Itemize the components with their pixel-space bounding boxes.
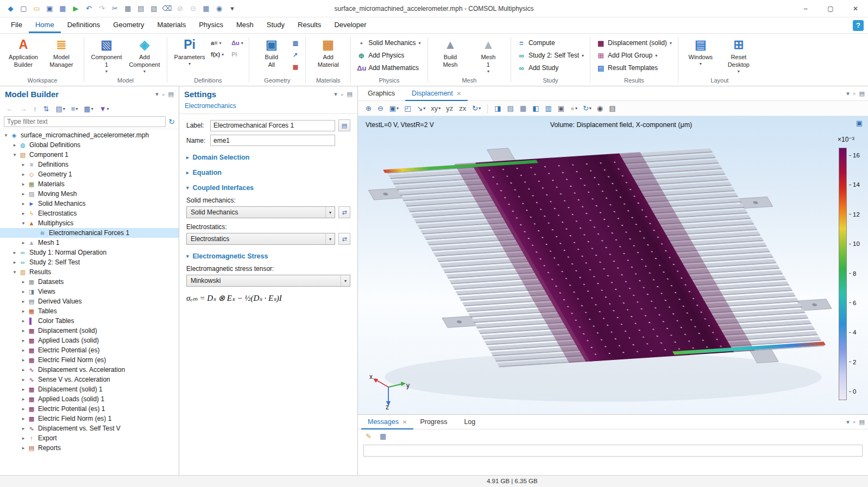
copy-log-icon[interactable]: ▦	[378, 430, 389, 442]
open-file-icon[interactable]: ▭	[30, 2, 43, 15]
tree-expander-icon[interactable]: ▸	[20, 191, 27, 197]
refresh-icon[interactable]: ↻	[168, 117, 175, 126]
close-tab-icon[interactable]: ✕	[457, 91, 461, 97]
tree-item[interactable]: ▸ ↑ Export	[0, 433, 179, 443]
minimize-panel-icon[interactable]: ▾	[155, 91, 159, 98]
snapshot-icon[interactable]: ◉	[595, 103, 606, 115]
compute-button[interactable]: = Compute	[515, 37, 586, 49]
qat-more-icon[interactable]: ▾	[226, 2, 238, 15]
tree-item[interactable]: ▸ ◨ Views	[0, 287, 179, 296]
solid-mechanics-settings-button[interactable]: ⇄	[338, 206, 350, 218]
reset-desktop-button[interactable]: ⊞ Reset Desktop ▾	[720, 35, 757, 75]
label-input[interactable]	[210, 120, 335, 131]
plot-settings-icon[interactable]: ▥	[543, 103, 554, 115]
tree-item[interactable]: ▸ ▤ Derived Values	[0, 296, 179, 306]
tree-expander-icon[interactable]: ▸	[20, 289, 27, 294]
default-view-icon[interactable]: ↘ ▾	[414, 103, 427, 115]
filter-input[interactable]	[4, 116, 166, 127]
tree-expander-icon[interactable]: ▸	[20, 279, 27, 284]
tree-item[interactable]: ▸ ▲ Mesh 1	[0, 238, 179, 248]
tree-expander-icon[interactable]: ▸	[20, 347, 27, 353]
run-icon[interactable]: ▶	[70, 2, 82, 15]
tree-item[interactable]: ▸ ∿ Displacement vs. Self Test V	[0, 423, 179, 433]
model-manager-button[interactable]: ≣ Model Manager	[43, 35, 80, 75]
comsol-logo-icon[interactable]: ◆	[4, 2, 17, 15]
save-as-icon[interactable]: ▦	[56, 2, 69, 15]
menu-item[interactable]: Home	[29, 18, 61, 33]
tree-item[interactable]: ▾ ◈ surface_micromachined_accelerometer.…	[0, 130, 179, 140]
copy-icon[interactable]: ▦	[122, 2, 134, 15]
transparency-icon[interactable]: ◨	[492, 103, 504, 115]
tree-item[interactable]: ▸ ∞ Study 2: Self Test	[0, 257, 179, 267]
plot-menu-icon[interactable]: ▣	[856, 119, 863, 127]
build-mesh-button[interactable]: ▲ Build Mesh	[432, 35, 469, 75]
tree-item[interactable]: ▸ ▩ Electric Potential (es) 1	[0, 404, 179, 414]
tree-item[interactable]: ≋ Electromechanical Forces 1	[0, 228, 179, 238]
view-tab[interactable]: Graphics	[361, 86, 405, 101]
tree-item[interactable]: ▸ ϟ Electrostatics	[0, 208, 179, 218]
delete-icon[interactable]: ⌫	[161, 2, 173, 15]
maximize-button[interactable]: ▢	[818, 0, 843, 17]
view-yz-icon[interactable]: yz	[444, 103, 456, 115]
application-builder-button[interactable]: A Application Builder	[5, 35, 42, 75]
menu-item[interactable]: Developer	[328, 18, 373, 33]
view-tab[interactable]: Log	[457, 415, 486, 429]
tree-expander-icon[interactable]: ▸	[20, 162, 27, 167]
tree-item[interactable]: ▾ ▧ Component 1	[0, 150, 179, 160]
tree-item[interactable]: ▸ ∿ Sense V vs. Acceleration	[0, 375, 179, 384]
tree-expander-icon[interactable]: ▸	[20, 172, 27, 177]
add-plot-group-button[interactable]: ⊞ Add Plot Group ▾	[594, 49, 674, 61]
minimize-button[interactable]: –	[793, 0, 818, 17]
export-geometry-icon[interactable]: ↗	[291, 49, 301, 60]
collapse-expand-icon[interactable]: ≡ ▾	[69, 103, 80, 115]
float-panel-icon[interactable]: ▫	[162, 91, 165, 98]
tree-expander-icon[interactable]: ▸	[20, 338, 27, 343]
view-zx-icon[interactable]: zx	[457, 103, 469, 115]
close-button[interactable]: ✕	[843, 0, 868, 17]
float-panel-icon[interactable]: ▫	[341, 91, 343, 98]
tree-item[interactable]: ▾ ▥ Results	[0, 267, 179, 277]
tree-item[interactable]: ▸ ▩ Displacement (solid)	[0, 326, 179, 336]
panel-menu-icon[interactable]: ▤	[859, 419, 865, 426]
tree-item[interactable]: ▸ ▩ Electric Potential (es)	[0, 345, 179, 355]
new-file-icon[interactable]: ▢	[17, 2, 30, 15]
tree-expander-icon[interactable]: ▸	[20, 406, 27, 412]
insert-sequence-icon[interactable]: ▥	[291, 37, 301, 48]
menu-item[interactable]: Mesh	[230, 18, 260, 33]
label-options-button[interactable]: ▤	[338, 119, 350, 131]
build-all-button[interactable]: ▣ Build All	[253, 35, 290, 75]
panel-menu-icon[interactable]: ▤	[347, 91, 353, 98]
tree-expander-icon[interactable]: ▸	[20, 367, 27, 372]
update-plot-icon[interactable]: ↻ ▾	[581, 103, 594, 115]
tree-item[interactable]: ▾ ▲ Multiphysics	[0, 218, 179, 228]
panel-menu-icon[interactable]: ▤	[168, 91, 174, 98]
tree-item[interactable]: ▸ ▩ Displacement (solid) 1	[0, 384, 179, 394]
view-tab[interactable]: Displacement ✕	[405, 86, 468, 101]
go-forward-icon[interactable]: →	[17, 103, 29, 115]
tree-item[interactable]: ▸ ▩ Applied Loads (solid)	[0, 336, 179, 345]
rotate-view-icon[interactable]: ↻ ▾	[470, 103, 483, 115]
undo-icon[interactable]: ↶	[83, 2, 95, 15]
mesh-1-button[interactable]: ▲ Mesh 1 ▾	[470, 35, 507, 75]
tree-expander-icon[interactable]: ▾	[20, 220, 27, 226]
tree-item[interactable]: ▸ ▦ Materials	[0, 179, 179, 189]
add-component-button[interactable]: ◈ Add Component ▾	[126, 35, 163, 75]
menu-item[interactable]: Geometry	[106, 18, 150, 33]
cut-icon[interactable]: ✂	[109, 2, 121, 15]
float-panel-icon[interactable]: ▫	[853, 90, 856, 97]
print-icon[interactable]: ▤	[607, 103, 618, 115]
menu-item[interactable]: Definitions	[61, 18, 107, 33]
accelerometer-3d-view[interactable]	[358, 130, 832, 414]
tree-expander-icon[interactable]: ▾	[11, 269, 18, 275]
tree-expander-icon[interactable]: ▸	[20, 426, 27, 431]
tree-expander-icon[interactable]: ▸	[20, 201, 27, 206]
tree-expander-icon[interactable]: ▸	[20, 240, 27, 245]
clear-log-icon[interactable]: ✎	[363, 430, 374, 442]
filter-icon[interactable]: ▼ ▾	[97, 103, 111, 115]
menu-item[interactable]: Materials	[150, 18, 192, 33]
minimize-panel-icon[interactable]: ▾	[334, 91, 337, 98]
tree-expander-icon[interactable]: ▸	[20, 308, 27, 314]
panel-menu-icon[interactable]: ▤	[859, 90, 865, 97]
parameter-case-button[interactable]: Pi	[230, 49, 245, 60]
tree-expander-icon[interactable]: ▸	[20, 318, 27, 324]
